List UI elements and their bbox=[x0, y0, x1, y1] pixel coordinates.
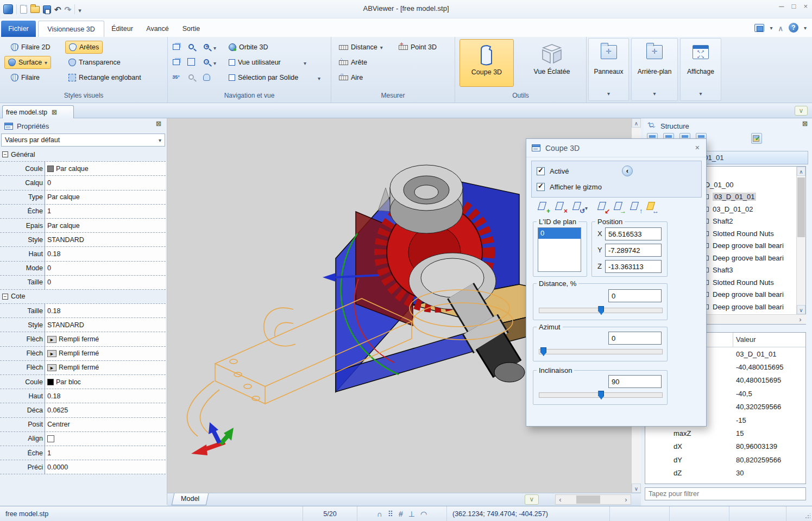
align-plane-x-icon[interactable]: ↙ bbox=[596, 200, 609, 213]
tab-fichier[interactable]: Fichier bbox=[1, 21, 36, 37]
hscroll-thumb[interactable] bbox=[576, 495, 600, 504]
property-row[interactable]: StyleSTANDARD bbox=[0, 318, 166, 332]
zoom-window-icon[interactable] bbox=[186, 42, 196, 52]
preset-dropdown[interactable]: Valeurs par défaut bbox=[1, 134, 165, 147]
help-icon[interactable]: ? bbox=[789, 23, 798, 33]
strip-collapse-icon[interactable]: ∨ bbox=[795, 106, 808, 116]
property-row[interactable]: Mode0 bbox=[0, 262, 166, 276]
property-row[interactable]: Éche1 bbox=[0, 205, 166, 219]
azimut-slider[interactable] bbox=[539, 349, 663, 354]
filaire-button[interactable]: Filaire bbox=[8, 71, 43, 84]
dot-grid-icon[interactable] bbox=[388, 510, 393, 518]
inclinaison-input[interactable] bbox=[608, 375, 662, 388]
close-button[interactable]: × bbox=[803, 2, 808, 10]
filaire-2d-button[interactable]: Filaire 2D bbox=[8, 41, 54, 54]
perpendicular-icon[interactable] bbox=[408, 510, 415, 518]
aretes-button[interactable]: Arêtes bbox=[65, 41, 103, 54]
property-row[interactable]: StyleSTANDARD bbox=[0, 233, 166, 247]
zoom-in-icon[interactable]: + bbox=[202, 42, 211, 52]
tab-visionneuse-3d[interactable]: Visionneuse 3D bbox=[38, 21, 104, 37]
azimut-slider-thumb[interactable] bbox=[540, 347, 546, 356]
vue-eclatee-button[interactable]: Vue Éclatée bbox=[521, 39, 582, 87]
tree-vscrollbar[interactable] bbox=[796, 167, 805, 314]
affichage-button[interactable]: Affichage bbox=[680, 38, 721, 101]
active-checkbox[interactable] bbox=[537, 167, 545, 175]
property-group-row[interactable]: Général bbox=[0, 148, 166, 162]
z-input[interactable] bbox=[605, 260, 662, 273]
arriere-plan-button[interactable]: Arrière-plan bbox=[631, 38, 678, 101]
structure-tool-image-check-icon[interactable] bbox=[751, 133, 762, 144]
collapse-ribbon-icon[interactable] bbox=[778, 24, 783, 32]
minimize-button[interactable]: ─ bbox=[779, 2, 784, 10]
property-row[interactable]: FlèchRempli fermé bbox=[0, 347, 166, 361]
add-plane-icon[interactable]: + bbox=[536, 200, 549, 213]
scroll-right-icon[interactable] bbox=[621, 495, 631, 504]
maximize-button[interactable]: □ bbox=[792, 2, 796, 10]
property-row[interactable]: CoulePar bloc bbox=[0, 375, 166, 389]
coupe-3d-button[interactable]: Coupe 3D bbox=[459, 39, 514, 87]
property-group-row[interactable]: Cote bbox=[0, 290, 166, 304]
distance-slider[interactable] bbox=[539, 308, 663, 313]
property-row[interactable]: Haut0.18 bbox=[0, 389, 166, 403]
tree-vscroll-thumb[interactable] bbox=[797, 177, 805, 237]
vue-utilisateur-caret-icon[interactable] bbox=[304, 59, 306, 67]
structure-close-icon[interactable]: ⊠ bbox=[802, 120, 808, 128]
selection-caret-icon[interactable] bbox=[318, 74, 320, 82]
zoom-in-caret-icon[interactable] bbox=[213, 44, 216, 52]
property-row[interactable]: FlèchRempli fermé bbox=[0, 361, 166, 375]
swap-sides-icon[interactable]: ↔ bbox=[645, 200, 658, 213]
document-tab[interactable]: free model.stp ⊠ bbox=[2, 105, 74, 118]
resize-grip[interactable] bbox=[805, 513, 810, 519]
detail-row[interactable]: maxZ15 bbox=[645, 427, 805, 440]
property-row[interactable]: Préci0.0000 bbox=[0, 460, 166, 474]
detail-row[interactable]: dX80,96003139 bbox=[645, 440, 805, 453]
property-row[interactable]: CoulePar calque bbox=[0, 162, 166, 176]
property-row[interactable]: EpaisPar calque bbox=[0, 219, 166, 233]
property-row[interactable]: Calqu0 bbox=[0, 176, 166, 190]
collapse-icon[interactable] bbox=[2, 151, 8, 157]
properties-close-icon[interactable]: ⊠ bbox=[156, 120, 161, 128]
property-row[interactable]: Déca0.0625 bbox=[0, 403, 166, 417]
plane-id-item-selected[interactable]: 0 bbox=[538, 228, 581, 239]
scroll-up-icon[interactable] bbox=[797, 167, 805, 176]
point-3d-button[interactable]: ✛Point 3D bbox=[395, 41, 440, 54]
distance-button[interactable]: ‥Distance bbox=[336, 41, 386, 54]
y-input[interactable] bbox=[605, 244, 662, 257]
property-row[interactable]: FlèchRempli fermé bbox=[0, 332, 166, 346]
window-mode-icon[interactable] bbox=[754, 24, 764, 32]
collapse-icon[interactable] bbox=[2, 294, 8, 300]
magnet-snap-icon[interactable] bbox=[377, 510, 382, 518]
panneaux-button[interactable]: Panneaux bbox=[588, 38, 629, 101]
document-close-icon[interactable]: ⊠ bbox=[52, 109, 57, 116]
azimut-input[interactable] bbox=[608, 332, 662, 345]
window-mode-caret-icon[interactable] bbox=[770, 24, 772, 31]
dialog-close-icon[interactable]: × bbox=[695, 143, 700, 152]
property-row[interactable]: Taille0 bbox=[0, 276, 166, 290]
help-caret-icon[interactable] bbox=[804, 24, 807, 31]
gizmo-checkbox[interactable] bbox=[537, 183, 545, 191]
dialog-title-bar[interactable]: Coupe 3D bbox=[526, 139, 706, 157]
grid-icon[interactable] bbox=[399, 510, 403, 518]
tab-editeur[interactable]: Éditeur bbox=[106, 21, 138, 37]
align-plane-y-icon[interactable]: → bbox=[612, 200, 625, 213]
orbite-3d-button[interactable]: Orbite 3D bbox=[225, 41, 272, 54]
vue-utilisateur-button[interactable]: Vue utilisateur bbox=[225, 56, 284, 69]
rectangle-englobant-button[interactable]: Rectangle englobant bbox=[65, 71, 144, 84]
selection-par-solide-button[interactable]: Sélection par Solide bbox=[225, 71, 301, 84]
surface-button[interactable]: Surface bbox=[4, 56, 51, 69]
scroll-down-icon[interactable] bbox=[797, 305, 805, 314]
scroll-down-icon[interactable] bbox=[632, 484, 641, 493]
tab-sortie[interactable]: Sortie bbox=[178, 21, 204, 37]
plane-id-listbox[interactable]: 0 bbox=[538, 227, 581, 272]
inclinaison-slider[interactable] bbox=[539, 392, 663, 398]
zoom-extents-icon[interactable] bbox=[186, 57, 196, 67]
arc-mode-icon[interactable] bbox=[420, 510, 427, 518]
property-row[interactable]: Haut0.18 bbox=[0, 247, 166, 261]
delete-plane-icon[interactable]: × bbox=[553, 200, 566, 213]
detail-row[interactable]: dY80,820259566 bbox=[645, 453, 805, 466]
property-row[interactable]: Éche1 bbox=[0, 446, 166, 460]
distance-input[interactable] bbox=[608, 289, 662, 302]
model-tab[interactable]: Model bbox=[172, 493, 209, 505]
copy-view-icon[interactable] bbox=[171, 42, 181, 52]
pan-hand-icon[interactable] bbox=[202, 72, 211, 82]
